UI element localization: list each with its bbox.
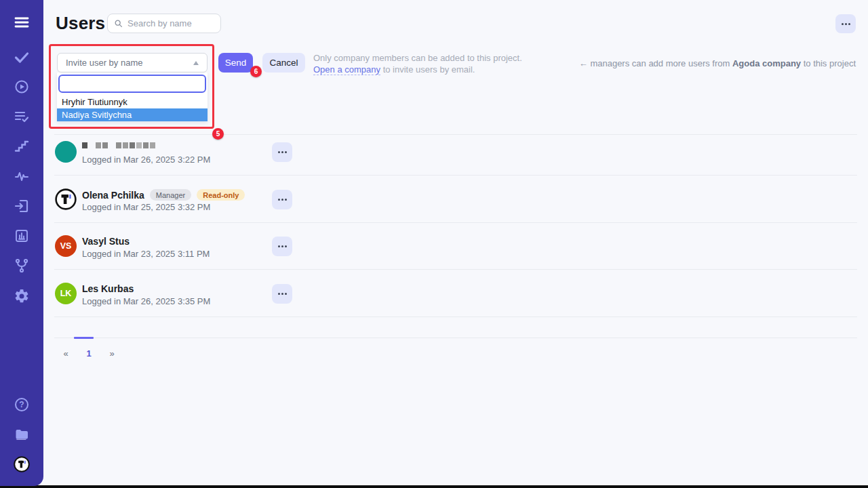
pagination-prev[interactable]: «	[59, 348, 73, 359]
dropdown-option-selected[interactable]: Nadiya Svitlychna	[57, 108, 208, 121]
steps-icon[interactable]	[12, 137, 31, 156]
last-login: Logged in Mar 26, 2025 3:35 PM	[82, 296, 210, 306]
row-more-button[interactable]	[272, 284, 292, 304]
row-divider	[54, 175, 857, 176]
avatar: LK	[55, 283, 77, 304]
pagination-divider	[54, 338, 857, 338]
pagination-page-1[interactable]: 1	[82, 348, 96, 359]
invite-select-placeholder: Invite user by name	[66, 58, 193, 68]
readonly-badge: Read-only	[197, 189, 245, 201]
last-login: Logged in Mar 23, 2025 3:11 PM	[82, 249, 210, 259]
role-badge: Manager	[150, 189, 191, 201]
row-divider	[54, 222, 857, 223]
test-list-icon[interactable]	[12, 107, 31, 126]
window-bottom-edge	[0, 485, 868, 488]
invite-helper-text: Only company members can be added to thi…	[313, 52, 522, 75]
settings-gear-icon[interactable]	[12, 287, 31, 306]
active-page-indicator	[74, 337, 94, 339]
invite-dropdown-search-input[interactable]	[58, 75, 206, 93]
projects-folder-icon[interactable]	[12, 425, 31, 444]
page-title: Users	[56, 13, 105, 34]
chevron-up-icon	[193, 61, 199, 65]
hamburger-menu-icon[interactable]	[12, 13, 31, 32]
branches-icon[interactable]	[12, 256, 31, 275]
row-more-button[interactable]	[272, 237, 292, 256]
page-more-button[interactable]	[835, 14, 856, 33]
company-name: Agoda company	[732, 58, 801, 68]
svg-text:?: ?	[19, 400, 24, 409]
row-divider	[54, 317, 857, 317]
annotation-badge-5: 5	[212, 128, 224, 140]
reports-chart-icon[interactable]	[12, 226, 31, 245]
cancel-button[interactable]: Cancel	[262, 53, 305, 73]
invite-dropdown-panel: Hryhir Tiutiunnyk Nadiya Svitlychna	[57, 73, 208, 121]
activity-pulse-icon[interactable]	[12, 167, 31, 186]
sidebar: ?	[0, 0, 43, 486]
last-login: Logged in Mar 25, 2025 3:32 PM	[82, 202, 210, 212]
import-login-icon[interactable]	[12, 197, 31, 216]
search-box	[107, 14, 221, 33]
runs-play-icon[interactable]	[12, 77, 31, 96]
helper-line-1: Only company members can be added to thi…	[313, 52, 522, 64]
row-divider	[54, 134, 857, 135]
pagination-next[interactable]: »	[105, 348, 119, 359]
search-icon	[114, 19, 123, 28]
invite-user-select[interactable]: Invite user by name	[57, 53, 208, 73]
help-icon[interactable]: ?	[12, 395, 31, 414]
row-more-button[interactable]	[272, 142, 292, 162]
user-name: Les Kurbas	[82, 283, 134, 294]
censored-name	[82, 142, 155, 148]
app-root: ? Users Invite user by name Hryhir Tiuti…	[0, 0, 868, 488]
avatar: VS	[55, 235, 77, 257]
user-name-censored	[82, 142, 155, 148]
dropdown-option[interactable]: Hryhir Tiutiunnyk	[57, 96, 208, 108]
avatar-logo	[55, 188, 77, 210]
open-company-link[interactable]: Open a company	[313, 64, 380, 75]
row-divider	[54, 269, 857, 270]
row-more-button[interactable]	[272, 190, 292, 209]
tasks-check-icon[interactable]	[12, 47, 31, 66]
more-icon	[842, 23, 844, 25]
app-logo[interactable]	[12, 455, 31, 474]
user-name: Olena Pchilka Manager Read-only	[82, 189, 245, 201]
user-name: Vasyl Stus	[82, 236, 130, 247]
helper-line-2: Open a company to invite users by email.	[313, 64, 522, 75]
send-button[interactable]: Send	[218, 53, 253, 73]
annotation-badge-6: 6	[250, 66, 262, 77]
avatar	[55, 141, 77, 163]
last-login: Logged in Mar 26, 2025 3:22 PM	[82, 155, 210, 165]
search-input[interactable]	[127, 18, 214, 28]
managers-note: ← managers can add more users from Agoda…	[579, 58, 856, 68]
